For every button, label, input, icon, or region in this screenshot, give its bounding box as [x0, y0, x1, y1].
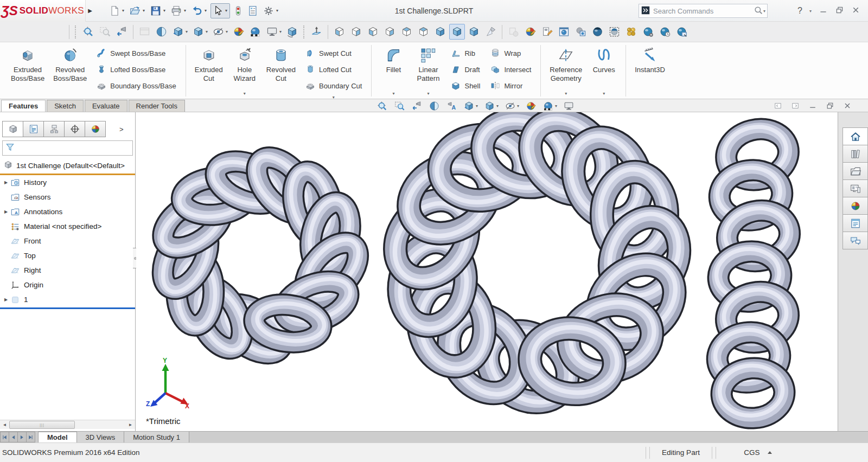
tree-item-sensors[interactable]: Sensors — [0, 190, 135, 204]
tab-sketch[interactable]: Sketch — [47, 100, 84, 112]
tree-item-origin[interactable]: Origin — [0, 278, 135, 292]
apply-scene-button[interactable] — [247, 24, 263, 40]
panel-tab-dimxpertmanager[interactable] — [64, 121, 85, 137]
nav-next-button[interactable] — [17, 432, 27, 442]
ribbon-button-fillet[interactable]: Fillet▾ — [376, 44, 411, 98]
tree-item-right[interactable]: Right — [0, 263, 135, 278]
apply-scene-button[interactable]: ▾ — [541, 99, 559, 113]
ribbon-button-intersect[interactable]: Intersect — [486, 61, 535, 78]
view-trimetric-button[interactable] — [449, 24, 465, 40]
final-render-button[interactable] — [590, 24, 605, 40]
schedule-render-button[interactable] — [657, 24, 673, 40]
win-minimize-button[interactable] — [808, 101, 817, 110]
ribbon-button-lofted-boss-base[interactable]: Lofted Boss/Base — [92, 61, 180, 78]
window-minimize-button[interactable] — [819, 5, 828, 16]
ribbon-button-rib[interactable]: Rib — [446, 45, 484, 61]
panel-tab-displaymanager[interactable] — [85, 121, 106, 137]
ribbon-button-boundary-cut[interactable]: Boundary Cut — [301, 78, 366, 94]
tree-item-history[interactable]: ▶History — [0, 175, 135, 190]
view-back-button[interactable] — [348, 24, 364, 40]
display-style-button[interactable]: ▾ — [190, 24, 209, 40]
view-front-button[interactable] — [331, 24, 347, 40]
coil-model-2[interactable] — [380, 112, 692, 416]
expand-arrow-icon[interactable]: ▶ — [2, 180, 10, 185]
ribbon-button-swept-boss-base[interactable]: Swept Boss/Base — [92, 45, 180, 61]
integrated-preview-button[interactable] — [556, 24, 572, 40]
new-document-dropdown-caret[interactable]: ▾ — [122, 8, 124, 13]
task-pane-tab-file-explorer[interactable] — [843, 162, 868, 180]
render-options-button[interactable] — [640, 24, 656, 40]
unit-system-selector[interactable]: CGS — [723, 448, 793, 457]
tree-item-annotations[interactable]: ▶AAnnotations — [0, 204, 135, 219]
panel-tab-overflow-arrow[interactable]: > — [119, 125, 124, 133]
search-commands-box[interactable]: ▾ — [639, 4, 768, 18]
edit-appearance-2-button[interactable] — [522, 24, 538, 40]
search-input[interactable] — [653, 7, 754, 15]
view-top-button[interactable] — [399, 24, 414, 40]
display-style-dropdown-caret[interactable]: ▾ — [206, 29, 208, 34]
task-pane-tab-appearances-scenes[interactable] — [843, 197, 868, 215]
view-settings-dropdown-caret[interactable]: ▾ — [279, 29, 282, 34]
normal-to-button[interactable] — [309, 24, 324, 40]
view-bottom-button[interactable] — [416, 24, 431, 40]
save-button[interactable]: ▾ — [149, 3, 168, 18]
undo-button[interactable]: ▾ — [190, 3, 209, 18]
expand-arrow-icon[interactable]: ▶ — [2, 297, 10, 302]
ribbon-button-mirror[interactable]: Mirror — [486, 78, 535, 94]
scrollbar-thumb[interactable]: ||| — [9, 421, 75, 429]
render-region-button[interactable] — [607, 24, 622, 40]
display-style-dropdown-caret[interactable]: ▾ — [496, 104, 499, 108]
linear-pattern-dropdown-caret[interactable]: ▾ — [427, 90, 429, 97]
ribbon-button-shell[interactable]: Shell — [446, 78, 484, 94]
help-button[interactable]: ? — [797, 6, 802, 16]
options-gear-dropdown-caret[interactable]: ▾ — [276, 8, 278, 13]
view-orientation-button[interactable]: ▾ — [462, 99, 480, 113]
coil-model-1[interactable] — [154, 147, 368, 363]
open-document-dropdown-caret[interactable]: ▾ — [143, 8, 145, 13]
panel-tab-featuremanager-design-tree[interactable] — [2, 121, 23, 137]
nav-first-button[interactable] — [0, 432, 9, 442]
hide-show-items-dropdown-caret[interactable]: ▾ — [517, 104, 519, 108]
nav-last-button[interactable] — [26, 432, 35, 442]
pane-right-button[interactable] — [791, 101, 800, 110]
curves-dropdown-caret[interactable]: ▾ — [603, 90, 605, 97]
help-dropdown-caret[interactable]: ▾ — [809, 9, 812, 14]
ribbon-button-swept-cut[interactable]: Swept Cut — [301, 45, 366, 61]
panel-tab-configurationmanager[interactable] — [43, 121, 65, 137]
ribbon-button-instant3d[interactable]: Instant3D — [630, 44, 669, 98]
section-view-button[interactable] — [154, 24, 169, 40]
scroll-left-arrow[interactable]: ◄ — [0, 420, 9, 429]
previous-view-button[interactable] — [410, 99, 424, 113]
hide-show-items-button[interactable]: ▾ — [503, 99, 521, 113]
view-left-button[interactable] — [365, 24, 381, 40]
options-gear-button[interactable]: ▾ — [261, 3, 281, 18]
edit-appearance-button[interactable] — [524, 99, 538, 113]
save-dropdown-caret[interactable]: ▾ — [163, 8, 165, 13]
ribbon-button-curves[interactable]: Curves▾ — [586, 44, 621, 98]
edit-appearance-button[interactable] — [231, 24, 246, 40]
tree-item-1[interactable]: ▶1 — [0, 292, 135, 307]
tree-item-material-not-specified-[interactable]: Material <not specified> — [0, 219, 135, 234]
hide-show-items-button[interactable]: ▾ — [210, 24, 229, 40]
pane-left-button[interactable] — [774, 101, 782, 110]
view-orientation-dropdown-caret[interactable]: ▾ — [476, 104, 478, 108]
print-button[interactable]: ▾ — [169, 3, 189, 18]
view-settings-button[interactable]: ▾ — [264, 24, 283, 40]
fillet-dropdown-caret[interactable]: ▾ — [392, 90, 394, 97]
dynamic-annotation-views-button[interactable]: A — [444, 99, 459, 113]
reference-geometry-dropdown-caret[interactable]: ▾ — [565, 90, 567, 97]
ribbon-button-wrap[interactable]: Wrap — [486, 45, 535, 61]
tree-item-front[interactable]: Front — [0, 234, 135, 248]
apply-scene-dropdown-caret[interactable]: ▾ — [555, 104, 557, 108]
view-orientation-button[interactable]: ▾ — [170, 24, 189, 40]
open-document-button[interactable]: ▾ — [128, 3, 148, 18]
expand-arrow-icon[interactable]: ▶ — [2, 209, 10, 214]
feature-tree-filter[interactable] — [2, 140, 133, 156]
display-style-button[interactable]: ▾ — [482, 99, 500, 113]
edit-decal-button[interactable] — [539, 24, 555, 40]
ribbon-button-linear-pattern[interactable]: LinearPattern▾ — [411, 44, 445, 98]
ribbon-button-draft[interactable]: Draft — [446, 61, 484, 78]
task-pane-tab-custom-properties[interactable] — [843, 214, 868, 232]
task-pane-tab-solidworks-forum[interactable] — [843, 232, 868, 249]
win-close-button[interactable] — [843, 101, 852, 110]
